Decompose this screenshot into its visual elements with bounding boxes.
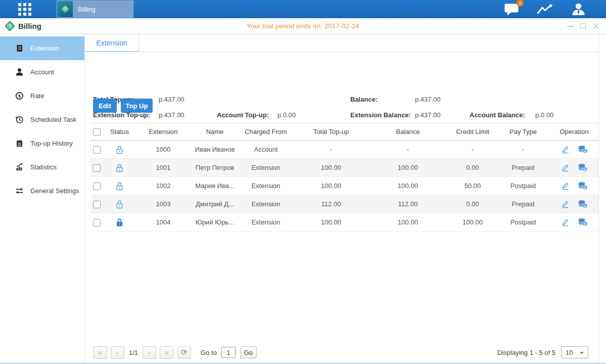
table-row[interactable]: 1000Иван ИвановAccount----$ <box>90 141 598 159</box>
sidebar-item-statistics[interactable]: Statistics <box>0 155 84 179</box>
topup-row-button[interactable]: $ <box>578 200 588 208</box>
sidebar-item-label: General Settings <box>30 187 79 195</box>
cell-balance: 112.00 <box>367 195 449 213</box>
sidebar-item-scheduled-task[interactable]: Scheduled Task <box>0 108 84 131</box>
topup-button[interactable]: Top Up <box>121 99 153 113</box>
account-button[interactable] <box>571 2 586 16</box>
unlock-icon <box>115 145 124 154</box>
page-size-select[interactable]: 10 <box>561 346 588 358</box>
sidebar-item-extension[interactable]: Extension <box>0 36 84 60</box>
cell-total-topup: 100.00 <box>295 159 367 177</box>
cell-charged-from: Extension <box>237 177 295 195</box>
row-checkbox[interactable] <box>93 146 101 154</box>
last-page-button[interactable]: » <box>160 346 173 359</box>
select-all-checkbox[interactable] <box>93 128 101 136</box>
sidebar: Extension Account $ Rate <box>0 34 85 363</box>
cell-name: Юрий Юрь... <box>193 213 237 232</box>
page-size-value: 10 <box>566 349 573 356</box>
window-title: Billing <box>18 22 41 30</box>
notepad-icon <box>15 139 24 148</box>
refresh-button[interactable]: ⟳ <box>177 346 191 359</box>
sidebar-item-account[interactable]: Account <box>0 60 84 84</box>
table-row[interactable]: 1002Мария Ива...Extension100.00100.0050.… <box>90 177 598 195</box>
notification-badge: ! <box>517 0 524 7</box>
app-launcher-button[interactable] <box>18 3 31 17</box>
sidebar-item-label: Extension <box>30 44 59 52</box>
table-row[interactable]: 1003Дмитрий Д...Extension112.00112.000.0… <box>90 195 598 213</box>
minimize-button[interactable] <box>567 26 574 27</box>
billing-app-icon-box <box>57 1 73 17</box>
user-icon <box>571 2 586 16</box>
cell-balance: - <box>367 141 449 159</box>
header-pay-type: Pay Type <box>496 123 550 141</box>
topup-row-button[interactable]: $ <box>578 181 588 190</box>
prev-page-button[interactable]: ‹ <box>111 346 124 359</box>
edit-row-button[interactable] <box>561 200 570 208</box>
cell-total-topup: - <box>295 141 367 159</box>
row-checkbox[interactable] <box>93 164 101 172</box>
monitor-button[interactable] <box>536 3 554 16</box>
close-icon <box>592 23 599 29</box>
goto-page-input[interactable] <box>221 347 236 358</box>
cell-balance: 100.00 <box>367 213 449 232</box>
row-checkbox[interactable] <box>93 183 101 190</box>
taskbar-tab-billing[interactable]: Billing <box>57 1 133 18</box>
taskbar-right-icons: ! <box>504 0 586 18</box>
notifications-button[interactable]: ! <box>504 3 520 16</box>
cell-pay-type: Prepaid <box>496 159 550 177</box>
sidebar-item-label: Statistics <box>30 163 57 171</box>
sidebar-item-label: Scheduled Task <box>30 116 77 123</box>
cell-extension: 1002 <box>133 177 193 195</box>
maximize-button[interactable] <box>580 23 586 29</box>
next-page-button[interactable]: › <box>143 346 156 359</box>
header-name: Name <box>193 123 237 141</box>
header-credit-limit: Credit Limit <box>449 123 496 141</box>
cell-pay-type: Postpaid <box>496 177 550 195</box>
topup-row-button[interactable]: $ <box>578 218 588 226</box>
displaying-text: Displaying 1 - 5 of 5 <box>497 349 555 356</box>
page-indicator: 1/1 <box>129 349 138 356</box>
edit-row-button[interactable] <box>561 218 570 226</box>
edit-row-button[interactable] <box>561 163 570 172</box>
topup-row-button[interactable]: $ <box>578 145 588 154</box>
cell-total-topup: 112.00 <box>295 195 367 213</box>
tab-extension[interactable]: Extension <box>85 34 139 52</box>
edit-button[interactable]: Edit <box>93 99 117 113</box>
close-button[interactable] <box>592 23 599 29</box>
row-checkbox[interactable] <box>93 219 101 226</box>
sidebar-item-label: Top-up History <box>30 140 73 147</box>
cell-balance: 100.00 <box>367 159 449 177</box>
edit-row-button[interactable] <box>561 181 570 190</box>
cell-charged-from: Extension <box>237 195 295 213</box>
edit-row-button[interactable] <box>561 145 570 154</box>
sidebar-item-rate[interactable]: $ Rate <box>0 84 84 108</box>
unlock-icon <box>115 181 124 191</box>
sidebar-item-general-settings[interactable]: General Settings <box>0 179 84 203</box>
dropdown-arrow-icon <box>580 352 584 354</box>
lock-icon <box>115 218 124 227</box>
svg-text:$: $ <box>18 94 20 99</box>
status-icon-cell <box>106 177 133 195</box>
cell-pay-type: - <box>496 141 550 159</box>
account-balance-label: Account Balance: <box>470 111 525 119</box>
cell-extension: 1004 <box>133 213 193 232</box>
go-button[interactable]: Go <box>240 346 257 358</box>
table-row[interactable]: 1004Юрий Юрь...Extension100.00100.00100.… <box>90 213 598 232</box>
extension-balance-value: p.437.00 <box>415 111 441 119</box>
status-icon-cell <box>106 213 133 232</box>
first-page-button[interactable]: « <box>94 346 107 359</box>
sidebar-item-topup-history[interactable]: Top-up History <box>0 131 84 155</box>
edit-row-icon <box>561 200 570 208</box>
edit-row-icon <box>561 145 570 154</box>
topup-row-button[interactable]: $ <box>578 163 588 172</box>
header-operation: Operation <box>550 123 598 141</box>
bar-chart-icon <box>15 163 24 171</box>
cell-credit-limit: 0.00 <box>449 195 496 213</box>
row-checkbox[interactable] <box>93 201 101 208</box>
pagination-bar: « ‹ 1/1 › » ⟳ Go to Go Displaying 1 - 5 … <box>94 346 588 359</box>
table-row[interactable]: 1001Петр ПетровExtension100.00100.000.00… <box>90 159 598 177</box>
cell-name: Мария Ива... <box>193 177 237 195</box>
extension-balance-label: Extension Balance: <box>350 111 411 119</box>
window-titlebar: Billing Your trial period ends on: 2017-… <box>0 18 606 34</box>
extensions-table: Status Extension Name Charged From Total… <box>90 123 598 232</box>
